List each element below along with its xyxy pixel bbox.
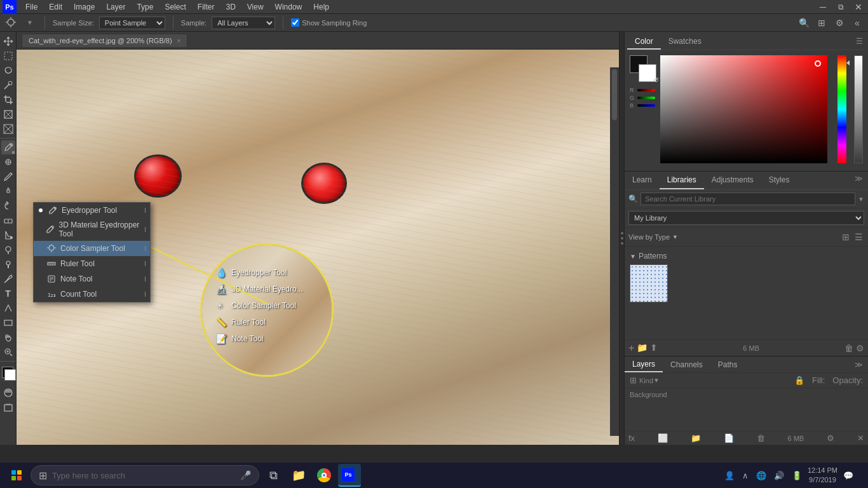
collapse-icon[interactable]: « <box>850 16 864 30</box>
share-btn[interactable]: ⬆ <box>650 342 658 354</box>
layers-settings-btn[interactable]: ⚙ <box>827 433 834 443</box>
new-group-btn[interactable]: 📁 <box>637 342 648 354</box>
type-tool[interactable]: T <box>1 287 15 301</box>
slice-tool[interactable] <box>1 122 15 136</box>
ctx-note[interactable]: Note Tool I <box>34 271 150 287</box>
taskbar-chrome[interactable] <box>313 464 336 487</box>
layers-delete-btn[interactable]: ✕ <box>857 433 864 443</box>
layers-panel-menu-btn[interactable]: ≫ <box>850 358 868 372</box>
eyedropper-tool[interactable] <box>1 140 15 154</box>
tab-paths[interactable]: Paths <box>710 358 745 372</box>
alpha-spectrum-bar[interactable] <box>854 55 863 163</box>
layers-fill-btn[interactable]: Fill: <box>810 374 827 386</box>
delete-item-btn[interactable]: 🗑 <box>844 343 853 353</box>
grid-view-btn[interactable]: ⊞ <box>841 231 851 243</box>
pen-tool[interactable] <box>1 272 15 286</box>
volume-icon[interactable]: 🔊 <box>772 471 786 480</box>
menu-layer[interactable]: Layer <box>101 1 130 13</box>
ctx-color-sampler[interactable]: Color Sampler Tool I <box>34 241 150 256</box>
screen-mode-toggle[interactable] <box>1 400 15 414</box>
my-library-select[interactable]: My Library <box>628 211 864 225</box>
people-icon[interactable]: 👤 <box>722 471 736 480</box>
history-brush-tool[interactable] <box>1 199 15 213</box>
menu-image[interactable]: Image <box>69 1 100 13</box>
color-gradient-bg[interactable] <box>660 55 827 163</box>
add-mask-btn[interactable]: ⬜ <box>658 433 668 443</box>
color-gradient-picker[interactable] <box>660 55 827 163</box>
color-spectrum-bar[interactable] <box>837 55 846 163</box>
reset-colors-btn[interactable]: ↺ <box>653 76 659 85</box>
menu-select[interactable]: Select <box>159 1 191 13</box>
brush-tool[interactable] <box>1 170 15 184</box>
search-icon[interactable]: 🔍 <box>797 16 811 30</box>
taskbar-search-bar[interactable]: ⊞ Type here to search 🎤 <box>31 465 259 485</box>
menu-3d[interactable]: 3D <box>220 1 240 13</box>
sample-select[interactable]: All Layers Current Layer <box>212 17 275 29</box>
create-layer-btn[interactable]: 📄 <box>724 433 734 443</box>
move-tool[interactable] <box>1 34 15 48</box>
ctx-count[interactable]: 1₂₃ Count Tool I <box>34 287 150 302</box>
mic-icon[interactable]: 🎤 <box>240 470 251 480</box>
task-view-btn[interactable]: ⧉ <box>262 464 285 487</box>
path-selection-tool[interactable] <box>1 301 15 315</box>
ctx-3d-eyedropper[interactable]: 3D Material Eyedropper Tool I <box>34 218 150 241</box>
menu-view[interactable]: View <box>242 1 269 13</box>
tab-adjustments[interactable]: Adjustments <box>704 172 761 189</box>
layers-kind-dropdown[interactable]: ▼ <box>653 377 660 384</box>
libs-search-dropdown[interactable]: ▼ <box>858 196 864 203</box>
taskbar-corner[interactable] <box>859 464 863 487</box>
show-sampling-ring-checkbox[interactable] <box>291 18 299 27</box>
eraser-tool[interactable] <box>1 214 15 227</box>
blur-tool[interactable] <box>1 243 15 257</box>
tab-channels[interactable]: Channels <box>663 358 710 372</box>
menu-file[interactable]: File <box>20 1 43 13</box>
ctx-eyedropper[interactable]: Eyedropper Tool I <box>34 203 150 218</box>
frame-tool[interactable] <box>1 107 15 121</box>
layers-opacity-btn[interactable]: Opacity: <box>830 374 865 386</box>
lasso-tool[interactable] <box>1 64 15 78</box>
healing-brush-tool[interactable] <box>1 155 15 169</box>
rectangle-tool[interactable] <box>1 316 15 330</box>
crop-tool[interactable] <box>1 93 15 107</box>
tab-libraries[interactable]: Libraries <box>660 172 704 189</box>
show-sampling-ring-label[interactable]: Show Sampling Ring <box>291 18 367 27</box>
vscroll-thumb[interactable] <box>612 69 617 120</box>
color-picker-cursor[interactable] <box>815 60 821 67</box>
zoom-tool[interactable] <box>1 345 15 359</box>
list-view-btn[interactable]: ☰ <box>853 231 864 243</box>
patterns-header[interactable]: ▼ Patterns <box>630 252 863 261</box>
menu-window[interactable]: Window <box>270 1 308 13</box>
tab-layers[interactable]: Layers <box>625 357 663 372</box>
clone-stamp-tool[interactable] <box>1 184 15 198</box>
arrange-icon[interactable]: ⊞ <box>815 16 829 30</box>
tab-styles[interactable]: Styles <box>761 172 797 189</box>
libs-expand-btn[interactable]: ≫ <box>850 172 868 189</box>
delete-layer-btn[interactable]: 🗑 <box>757 433 765 443</box>
menu-help[interactable]: Help <box>308 1 334 13</box>
color-panel-menu-btn[interactable]: ☰ <box>853 34 865 50</box>
tab-swatches[interactable]: Swatches <box>661 34 709 50</box>
create-group-btn[interactable]: 📁 <box>691 433 701 443</box>
expand-tray-icon[interactable]: ∧ <box>740 471 750 480</box>
paint-bucket-tool[interactable] <box>1 228 15 242</box>
notification-btn[interactable]: 💬 <box>841 471 855 480</box>
tab-close-btn[interactable]: × <box>177 37 181 44</box>
magic-wand-tool[interactable] <box>1 78 15 92</box>
pattern-item-dots[interactable] <box>630 264 668 302</box>
restore-btn[interactable]: ⧉ <box>834 0 848 14</box>
menu-edit[interactable]: Edit <box>44 1 67 13</box>
hand-tool[interactable] <box>1 330 15 344</box>
sample-size-select[interactable]: Point Sample 3 by 3 Average 5 by 5 Avera… <box>99 17 165 29</box>
dodge-tool[interactable] <box>1 257 15 271</box>
active-tab[interactable]: Cat_with_red-eye_effect.jpg @ 200% (RGB/… <box>22 34 187 47</box>
view-by-type-btn[interactable]: View by Type ▼ <box>628 233 678 241</box>
close-btn[interactable]: ✕ <box>851 0 865 14</box>
menu-type[interactable]: Type <box>132 1 158 13</box>
system-clock[interactable]: 12:14 PM 9/7/2019 <box>808 466 837 485</box>
canvas-wrapper[interactable]: Eyedropper Tool I 3D Material Eyedropper… <box>17 50 619 445</box>
tab-color[interactable]: Color <box>627 34 661 50</box>
network-icon[interactable]: 🌐 <box>754 471 768 480</box>
libs-search-input[interactable] <box>641 193 855 205</box>
add-layer-style-btn[interactable]: fx <box>628 433 635 443</box>
minimize-btn[interactable]: ─ <box>816 0 830 14</box>
